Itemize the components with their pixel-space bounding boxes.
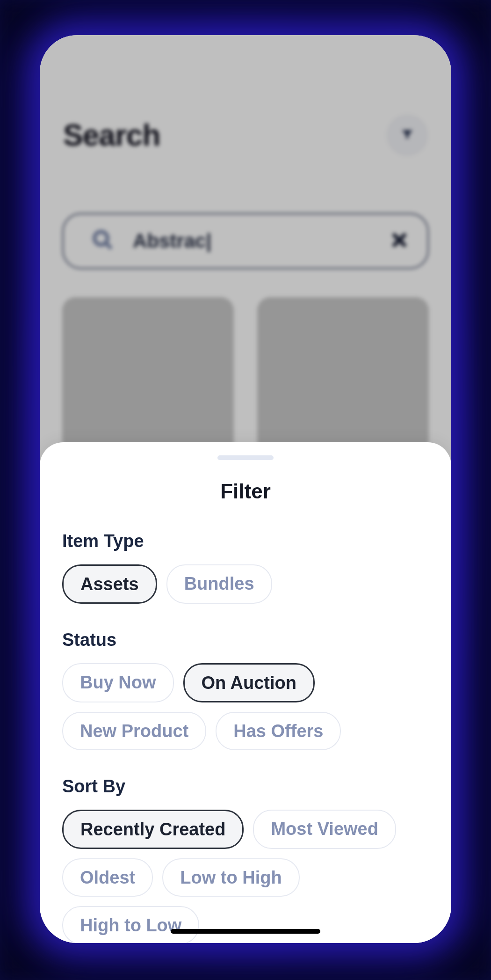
section-label-item-type: Item Type xyxy=(62,531,429,551)
phone-frame: Search Abstrac| Filter xyxy=(40,35,451,943)
sheet-title: Filter xyxy=(62,480,429,503)
sheet-grabber[interactable] xyxy=(217,455,274,460)
filter-chip[interactable]: Assets xyxy=(62,564,157,604)
filter-chip[interactable]: Oldest xyxy=(62,858,153,897)
filter-sheet: Filter Item Type AssetsBundles Status Bu… xyxy=(40,442,451,943)
home-indicator[interactable] xyxy=(171,929,320,934)
filter-chip[interactable]: Has Offers xyxy=(216,712,341,750)
section-label-status: Status xyxy=(62,630,429,650)
filter-chip[interactable]: Low to High xyxy=(162,858,299,897)
filter-chip[interactable]: High to Low xyxy=(62,906,199,943)
filter-chip[interactable]: Recently Created xyxy=(62,810,244,849)
filter-chip[interactable]: On Auction xyxy=(183,663,315,702)
chip-row-status: Buy NowOn AuctionNew ProductHas Offers xyxy=(62,663,429,750)
filter-chip[interactable]: Bundles xyxy=(166,564,272,604)
section-label-sort-by: Sort By xyxy=(62,776,429,797)
filter-chip[interactable]: Buy Now xyxy=(62,663,174,702)
filter-chip[interactable]: Most Viewed xyxy=(253,810,396,849)
chip-row-item-type: AssetsBundles xyxy=(62,564,429,604)
filter-chip[interactable]: New Product xyxy=(62,712,206,750)
chip-row-sort-by: Recently CreatedMost ViewedOldestLow to … xyxy=(62,810,429,943)
